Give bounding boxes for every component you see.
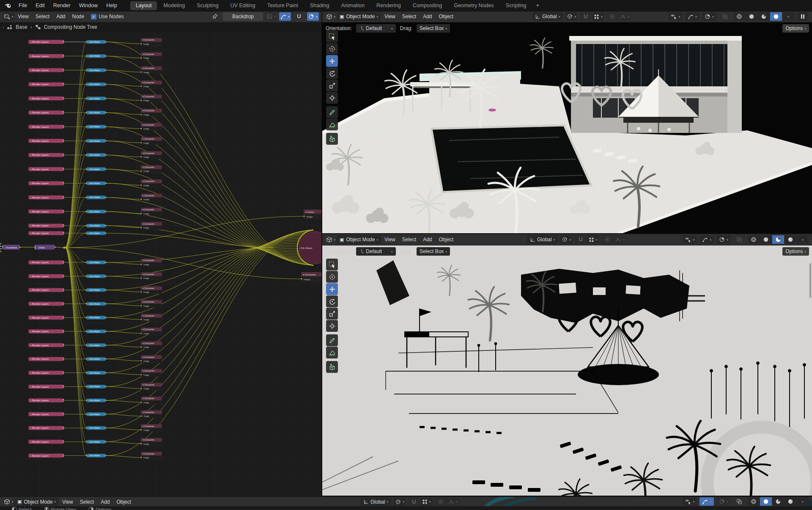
xray-toggle[interactable] bbox=[719, 12, 731, 21]
node-render-layers[interactable]: › Render Layers bbox=[28, 167, 64, 171]
tool-scale[interactable] bbox=[326, 308, 338, 320]
node-set-alpha[interactable]: › Set Alpha bbox=[86, 196, 107, 199]
node-render-layers[interactable]: › Render Layers bbox=[28, 329, 64, 334]
shading-material-icon[interactable] bbox=[772, 235, 784, 244]
overlays-toggle[interactable]: ▾ bbox=[307, 12, 319, 21]
proportional-editing-toggle[interactable] bbox=[606, 12, 618, 21]
node-render-layers[interactable]: › Render Layers bbox=[28, 343, 64, 347]
node-render-layers[interactable]: › Render Layers bbox=[28, 54, 64, 58]
tab-rendering[interactable]: Rendering bbox=[371, 1, 406, 10]
snap-magnet-icon[interactable] bbox=[293, 12, 305, 21]
node-set-alpha[interactable]: › Set Alpha bbox=[86, 426, 107, 430]
options-button[interactable]: Options▾ bbox=[782, 24, 809, 33]
shading-rendered-icon[interactable] bbox=[770, 12, 782, 21]
node-dilate[interactable]: › Dilate bbox=[35, 245, 56, 250]
node-composite[interactable]: ▾ Composite Image bbox=[141, 411, 162, 418]
use-nodes-checkbox[interactable]: ✓ bbox=[91, 14, 96, 19]
gizmo-dropdown[interactable]: ▾ bbox=[700, 235, 714, 244]
proportional-falloff-dropdown[interactable]: ▾ bbox=[447, 498, 459, 506]
shading-wireframe-icon[interactable] bbox=[733, 12, 745, 21]
node-render-layers[interactable]: › Render Layers bbox=[28, 82, 64, 86]
tool-measure[interactable] bbox=[326, 119, 338, 130]
vp-menu-view[interactable]: View bbox=[381, 11, 399, 22]
node-composite[interactable]: ▾ Composite Image bbox=[141, 355, 162, 363]
node-viewer[interactable]: ▾ Viewer Image bbox=[304, 210, 321, 219]
proportional-falloff-dropdown[interactable]: ▾ bbox=[614, 235, 625, 244]
viewport-lineart[interactable]: ▾ ▣Object Mode▾ View Select Add Object G… bbox=[322, 234, 812, 496]
overlays-dropdown[interactable]: ▾ bbox=[716, 235, 731, 244]
ne-menu-node[interactable]: Node bbox=[69, 11, 88, 22]
editor-type-button[interactable]: ▾ bbox=[325, 235, 337, 244]
vp-menu-object[interactable]: Object bbox=[435, 11, 457, 22]
node-composite[interactable]: ▾ Composite Image bbox=[141, 123, 162, 130]
node-set-alpha[interactable]: › Set Alpha bbox=[86, 385, 107, 389]
node-set-alpha[interactable]: › Set Alpha bbox=[86, 274, 107, 278]
node-render-layers[interactable]: › Render Layers bbox=[28, 139, 64, 143]
proportional-falloff-dropdown[interactable]: ▾ bbox=[619, 12, 631, 21]
tab-modeling[interactable]: Modeling bbox=[158, 1, 190, 10]
node-set-alpha[interactable]: › Set Alpha bbox=[86, 40, 107, 44]
node-render-layers[interactable]: › Render Layers bbox=[28, 302, 64, 306]
tab-sculpting[interactable]: Sculpting bbox=[191, 1, 224, 10]
tool-add-cube[interactable] bbox=[326, 133, 338, 145]
vp-menu-object[interactable]: Object bbox=[435, 234, 457, 245]
tab-compositing[interactable]: Compositing bbox=[407, 1, 447, 10]
node-composite[interactable]: ▾ Composite Image bbox=[141, 438, 162, 446]
tool-add-cube[interactable] bbox=[326, 361, 338, 373]
snap-magnet-toggle[interactable] bbox=[575, 235, 587, 244]
node-composite[interactable]: ▾ Composite Image bbox=[141, 165, 162, 173]
editor-type-button[interactable]: ▾ bbox=[3, 498, 14, 506]
ne-menu-select[interactable]: Select bbox=[32, 11, 53, 22]
vp-menu-select[interactable]: Select bbox=[399, 11, 420, 22]
node-render-layers[interactable]: › Render Layers bbox=[28, 440, 64, 444]
node-set-alpha[interactable]: › Set Alpha bbox=[86, 111, 107, 115]
node-set-alpha[interactable]: › Set Alpha bbox=[86, 182, 107, 185]
tool-cursor[interactable] bbox=[326, 43, 338, 55]
node-set-alpha[interactable]: › Set Alpha bbox=[86, 83, 107, 86]
node-render-layers[interactable]: › Render Layers bbox=[28, 371, 64, 375]
node-render-layers[interactable]: › Render Layers bbox=[28, 231, 64, 235]
node-composite[interactable]: ▾ Composite Image bbox=[141, 137, 162, 145]
breadcrumb-scene[interactable]: Base bbox=[16, 24, 27, 30]
shading-solid-icon[interactable] bbox=[760, 235, 772, 244]
shading-rendered-icon[interactable] bbox=[785, 235, 796, 244]
node-set-alpha[interactable]: › Set Alpha bbox=[86, 302, 107, 306]
tool-annotate[interactable] bbox=[326, 106, 338, 118]
node-render-layers[interactable]: › Render Layers bbox=[28, 315, 64, 320]
node-set-alpha[interactable]: › Set Alpha bbox=[86, 316, 107, 320]
snap-target-dropdown[interactable]: ▾ bbox=[587, 235, 599, 244]
node-render-layers[interactable]: › Render Layers bbox=[28, 110, 64, 115]
node-composite[interactable]: ▾ Composite Image bbox=[141, 109, 162, 116]
shading-material-icon[interactable] bbox=[758, 12, 770, 21]
pivot-point-dropdown[interactable]: ▾ bbox=[565, 12, 577, 21]
tool-rotate[interactable] bbox=[326, 295, 338, 307]
overlays-dropdown[interactable]: ▾ bbox=[716, 497, 731, 506]
node-set-alpha[interactable]: › Set Alpha bbox=[86, 412, 107, 416]
node-set-alpha[interactable]: › Set Alpha bbox=[86, 232, 107, 235]
menu-help[interactable]: Help bbox=[102, 0, 121, 11]
node-render-layers[interactable]: › Render Layers bbox=[28, 357, 64, 361]
xray-toggle[interactable] bbox=[733, 497, 745, 506]
node-set-alpha[interactable]: › Set Alpha bbox=[86, 153, 107, 157]
orientation-dropdown[interactable]: Default▾ bbox=[356, 247, 396, 256]
node-set-alpha[interactable]: › Set Alpha bbox=[86, 68, 107, 72]
node-set-alpha[interactable]: › Set Alpha bbox=[86, 167, 107, 171]
ne-menu-view[interactable]: View bbox=[14, 11, 32, 22]
backdrop-image-button[interactable]: ▾ bbox=[265, 12, 277, 21]
node-composite[interactable]: ▾ Composite Image bbox=[141, 259, 162, 266]
node-composite[interactable]: ▾ Composite Image bbox=[141, 66, 162, 74]
tool-move[interactable] bbox=[326, 283, 338, 295]
node-render-layers[interactable]: › Render Layers bbox=[28, 288, 64, 292]
tab-scripting[interactable]: Scripting bbox=[500, 1, 532, 10]
node-set-alpha[interactable]: › Set Alpha bbox=[86, 371, 107, 375]
snap-magnet-toggle[interactable] bbox=[580, 12, 592, 21]
orientation-dropdown[interactable]: Default▾ bbox=[356, 24, 396, 33]
node-composite[interactable]: ▾ Composite Image bbox=[141, 38, 162, 46]
shading-wireframe-icon[interactable] bbox=[748, 235, 760, 244]
node-render-layers[interactable]: › Render Layers bbox=[28, 223, 64, 228]
shading-dropdown[interactable]: ▾ bbox=[797, 235, 809, 244]
node-composite[interactable]: ▾ Composite Image bbox=[141, 452, 162, 459]
tool-transform[interactable] bbox=[326, 320, 338, 332]
menu-window[interactable]: Window bbox=[75, 0, 102, 11]
node-set-alpha[interactable]: › Set Alpha bbox=[86, 96, 107, 100]
